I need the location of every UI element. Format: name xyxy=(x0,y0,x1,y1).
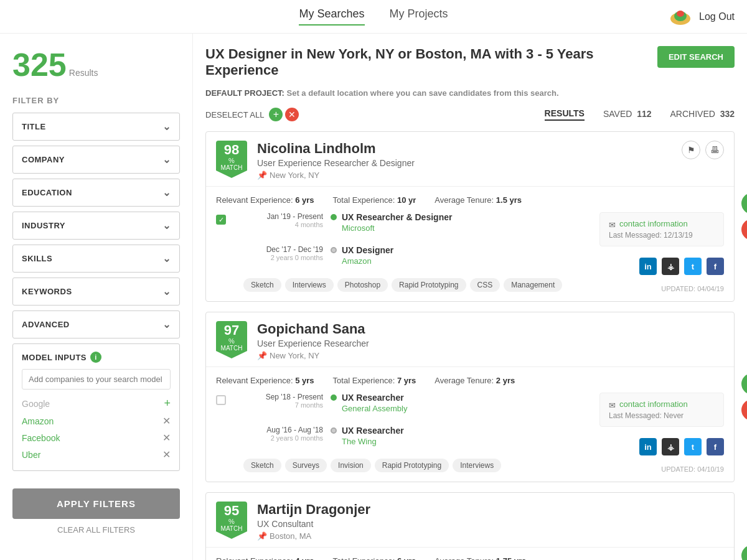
facebook-icon-2[interactable]: f xyxy=(707,438,724,455)
facebook-icon-1[interactable]: f xyxy=(707,258,724,275)
exp-left-1-2: Dec '17 - Dec '19 2 years 0 months xyxy=(243,245,331,261)
exp-date-2-1: Sep '18 - Present xyxy=(266,393,323,401)
filter-by-label: FILTER BY xyxy=(12,96,180,105)
action-btns-3: + ✕ xyxy=(741,545,747,560)
save-candidate-2[interactable]: + xyxy=(741,373,747,394)
chevron-down-icon: ⌄ xyxy=(162,286,171,297)
add-all-button[interactable]: + xyxy=(269,108,283,121)
last-messaged-2: Last Messaged: Never xyxy=(609,411,715,420)
github-icon-2[interactable]: ⚶ xyxy=(662,438,679,455)
save-candidate-1[interactable]: + xyxy=(741,193,747,214)
relevant-exp-2: Relevant Experience: 5 yrs xyxy=(216,376,314,385)
github-icon-1[interactable]: ⚶ xyxy=(662,258,679,275)
exp-company-2-1[interactable]: General Assembly xyxy=(342,404,408,413)
timeline-dot-2-2 xyxy=(331,427,337,434)
flag-button-1[interactable]: ⚑ xyxy=(682,141,700,159)
total-exp-1: Total Experience: 10 yr xyxy=(333,195,416,205)
contact-info-label-1[interactable]: contact information xyxy=(619,219,688,228)
exp-detail-2-1: UX Researcher General Assembly xyxy=(342,393,408,413)
chevron-down-icon: ⌄ xyxy=(162,121,171,133)
logo-icon xyxy=(668,7,693,26)
exp-date-1-2: Dec '17 - Dec '19 xyxy=(266,245,323,254)
updated-1: UPDATED: 04/04/19 xyxy=(661,285,724,292)
save-candidate-3[interactable]: + xyxy=(741,545,747,560)
add-google-button[interactable]: + xyxy=(164,397,171,410)
filter-skills[interactable]: SKILLS ⌄ xyxy=(12,245,180,273)
remove-uber-button[interactable]: ✕ xyxy=(162,449,171,460)
tag-photoshop-1: Photoshop xyxy=(337,278,388,292)
content-area: UX Designer in New York, NY or Boston, M… xyxy=(193,34,747,560)
tab-my-projects[interactable]: My Projects xyxy=(390,7,448,26)
match-percent-3: % xyxy=(228,518,235,525)
tags-row-1: Sketch Interviews Photoshop Rapid Protot… xyxy=(243,278,577,292)
social-row-2: in ⚶ t f xyxy=(639,438,724,455)
filter-advanced[interactable]: ADVANCED ⌄ xyxy=(12,310,180,338)
filter-title[interactable]: TITLE ⌄ xyxy=(12,113,180,141)
match-number-2: 97 xyxy=(224,324,239,337)
candidate-2-name: Gopichand Sana xyxy=(257,321,724,337)
tab-archived[interactable]: ARCHIVED 332 xyxy=(670,109,735,120)
checkbox-2[interactable] xyxy=(216,395,226,405)
contact-info-label-2[interactable]: contact information xyxy=(619,399,688,409)
remove-all-button[interactable]: ✕ xyxy=(285,108,299,121)
logout-button[interactable]: Log Out xyxy=(699,11,735,22)
apply-filters-button[interactable]: APPLY FILTERS xyxy=(12,488,180,519)
deselect-all-label: DESELECT ALL xyxy=(205,110,264,119)
relevant-exp-1: Relevant Experience: 6 yrs xyxy=(216,195,314,205)
clear-filters-button[interactable]: CLEAR ALL FILTERS xyxy=(12,525,180,534)
exp-row-2-1: Sep '18 - Present 7 months UX Researcher… xyxy=(243,393,577,413)
filter-company[interactable]: COMPANY ⌄ xyxy=(12,146,180,174)
print-button-1[interactable]: 🖶 xyxy=(705,141,724,159)
location-icon-3: 📌 xyxy=(257,531,267,541)
company-name-uber: Uber xyxy=(22,450,40,460)
exp-company-2-2[interactable]: The Wing xyxy=(342,437,404,446)
candidate-2-body: Relevant Experience: 5 yrs Total Experie… xyxy=(206,366,734,482)
saved-count: 112 xyxy=(637,109,651,119)
remove-facebook-button[interactable]: ✕ xyxy=(162,432,171,444)
model-input-field[interactable] xyxy=(22,369,171,390)
info-icon[interactable]: i xyxy=(90,352,101,363)
exp-company-1-2[interactable]: Amazon xyxy=(342,256,393,266)
tab-saved[interactable]: SAVED 112 xyxy=(603,109,652,120)
updated-2: UPDATED: 04/10/19 xyxy=(661,465,724,473)
archive-candidate-2[interactable]: ✕ xyxy=(741,399,747,421)
company-name-facebook: Facebook xyxy=(22,433,60,443)
twitter-icon-2[interactable]: t xyxy=(684,438,702,455)
archive-candidate-1[interactable]: ✕ xyxy=(741,219,747,240)
exp-row-2-2: Aug '16 - Aug '18 2 years 0 months UX Re… xyxy=(243,426,577,446)
tag-interviews-1: Interviews xyxy=(285,278,334,292)
filter-education[interactable]: EDUCATION ⌄ xyxy=(12,179,180,207)
tag-rapid-2: Rapid Prototyping xyxy=(375,459,449,472)
candidate-card-2: 97 % MATCH Gopichand Sana User Experienc… xyxy=(205,312,735,482)
checkbox-1[interactable]: ✓ xyxy=(216,215,226,225)
twitter-icon-1[interactable]: t xyxy=(684,258,702,275)
tag-rapid-1: Rapid Prototyping xyxy=(392,278,466,292)
edit-search-button[interactable]: EDIT SEARCH xyxy=(657,46,735,68)
tab-my-searches[interactable]: My Searches xyxy=(299,7,364,26)
results-label: Results xyxy=(69,68,98,78)
model-inputs-label: MODEL INPUTS xyxy=(22,353,87,362)
last-messaged-1: Last Messaged: 12/13/19 xyxy=(609,231,715,240)
tab-results[interactable]: RESULTS xyxy=(545,108,585,121)
tag-sketch-1: Sketch xyxy=(243,278,281,292)
exp-row-1-1: Jan '19 - Present 4 months UX Researcher… xyxy=(243,212,577,233)
avg-tenure-3: Average Tenure: 1.75 yrs xyxy=(435,556,526,560)
filter-keywords[interactable]: KEYWORDS ⌄ xyxy=(12,278,180,306)
tag-surveys-2: Surveys xyxy=(285,459,327,472)
total-exp-2: Total Experience: 7 yrs xyxy=(333,376,416,385)
linkedin-icon-1[interactable]: in xyxy=(639,258,657,275)
exp-company-1-1[interactable]: Microsoft xyxy=(342,223,452,233)
exp-connector-1-1: UX Researcher & Designer Microsoft xyxy=(331,212,577,233)
linkedin-icon-2[interactable]: in xyxy=(639,438,657,455)
match-label-2: MATCH xyxy=(221,345,243,352)
contact-info-1: ✉ contact information Last Messaged: 12/… xyxy=(599,212,724,246)
filter-industry[interactable]: INDUSTRY ⌄ xyxy=(12,212,180,240)
remove-amazon-button[interactable]: ✕ xyxy=(162,415,171,427)
match-label-3: MATCH xyxy=(221,525,243,532)
exp-connector-1-2: UX Designer Amazon xyxy=(331,245,577,266)
contact-info-link-1: ✉ contact information xyxy=(609,219,715,231)
filter-title-label: TITLE xyxy=(22,122,46,131)
tabs-row: DESELECT ALL + ✕ RESULTS SAVED 112 ARCHI… xyxy=(205,108,735,121)
timeline-dot-2-1 xyxy=(331,394,337,401)
archived-label: ARCHIVED xyxy=(670,109,715,119)
